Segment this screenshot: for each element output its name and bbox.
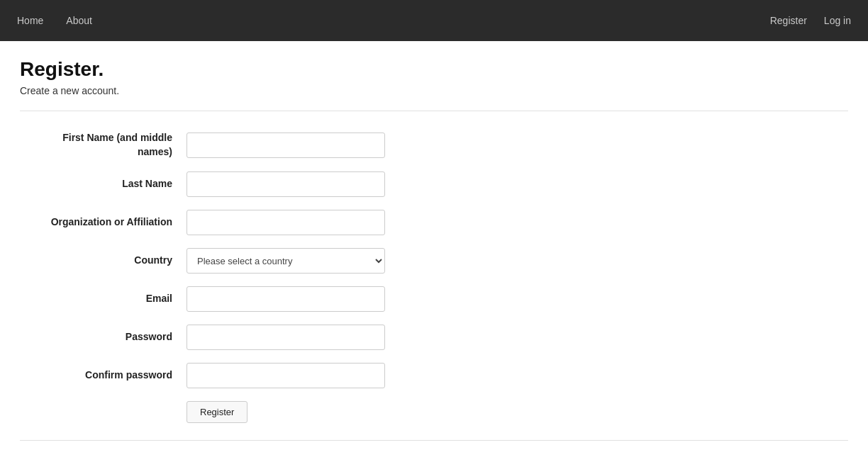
- first-name-label: First Name (and middle names): [48, 131, 187, 159]
- top-divider: [20, 111, 848, 111]
- confirm-password-row: Confirm password: [48, 363, 516, 388]
- country-row: Country Please select a country: [48, 248, 516, 274]
- nav-home[interactable]: Home: [17, 15, 43, 26]
- email-input[interactable]: [187, 286, 385, 312]
- password-label: Password: [48, 330, 187, 344]
- confirm-password-label: Confirm password: [48, 368, 187, 383]
- navbar: Home About Register Log in: [0, 0, 868, 41]
- first-name-row: First Name (and middle names): [48, 131, 516, 159]
- page-title: Register.: [20, 58, 848, 81]
- organization-row: Organization or Affiliation: [48, 210, 516, 235]
- last-name-input[interactable]: [187, 171, 385, 197]
- country-select[interactable]: Please select a country: [187, 248, 385, 274]
- navbar-right: Register Log in: [770, 15, 851, 26]
- nav-login[interactable]: Log in: [824, 15, 851, 26]
- last-name-label: Last Name: [48, 177, 187, 191]
- register-form: First Name (and middle names) Last Name …: [20, 131, 516, 423]
- country-label: Country: [48, 254, 187, 268]
- submit-row: Register: [48, 401, 516, 423]
- bottom-divider: [20, 440, 848, 441]
- organization-input[interactable]: [187, 210, 385, 235]
- organization-label: Organization or Affiliation: [48, 215, 187, 230]
- email-label: Email: [48, 292, 187, 306]
- password-input[interactable]: [187, 325, 385, 350]
- nav-about[interactable]: About: [66, 15, 92, 26]
- btn-offset: Register: [187, 401, 247, 423]
- register-button[interactable]: Register: [187, 401, 247, 423]
- password-row: Password: [48, 325, 516, 350]
- email-row: Email: [48, 286, 516, 312]
- confirm-password-input[interactable]: [187, 363, 385, 388]
- navbar-left: Home About: [17, 15, 92, 26]
- last-name-row: Last Name: [48, 171, 516, 197]
- page-subtitle: Create a new account.: [20, 85, 848, 96]
- first-name-input[interactable]: [187, 133, 385, 158]
- page-content: Register. Create a new account. First Na…: [0, 41, 868, 441]
- nav-register[interactable]: Register: [770, 15, 807, 26]
